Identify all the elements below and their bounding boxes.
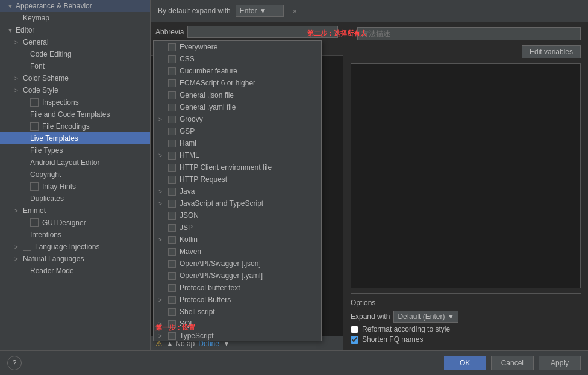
- expand-with-select[interactable]: Default (Enter) ▼: [393, 311, 458, 323]
- checkbox-icon: [168, 128, 176, 135]
- dropdown-item[interactable]: ECMAScript 6 or higher: [154, 77, 321, 89]
- sidebar-label: File Encodings: [42, 122, 90, 131]
- dropdown-item[interactable]: Haml: [154, 137, 321, 149]
- abbrev-row: Abbrevia: [151, 22, 343, 42]
- chevron-right-icon: >: [158, 333, 164, 339]
- checkbox-icon: [168, 284, 176, 292]
- settings-icon: [30, 218, 39, 227]
- sidebar-item-inlay-hints[interactable]: Inlay Hints: [0, 181, 150, 193]
- dropdown-item[interactable]: >SQL: [154, 318, 321, 330]
- dropdown-item[interactable]: Shell script: [154, 306, 321, 318]
- options-section: Options Expand with Default (Enter) ▼ Re…: [351, 293, 581, 346]
- sidebar-label: Emmet: [23, 206, 46, 215]
- sidebar-item-intentions[interactable]: Intentions: [0, 229, 150, 241]
- dropdown-item-label: JSON: [180, 211, 199, 220]
- checkbox-icon: [168, 55, 176, 63]
- dropdown-item[interactable]: GSP: [154, 125, 321, 137]
- help-button[interactable]: ?: [7, 356, 22, 370]
- sidebar-item-live-templates[interactable]: Live Templates: [0, 132, 150, 144]
- checkbox-icon: [168, 188, 176, 196]
- dropdown-item-label: Everywhere: [180, 43, 217, 51]
- sidebar-item-file-encodings[interactable]: File Encodings: [0, 120, 150, 132]
- apply-button[interactable]: Apply: [539, 356, 581, 370]
- checkbox-icon: [168, 116, 176, 123]
- chevron-down-icon-options: ▼: [447, 312, 454, 321]
- dropdown-item[interactable]: >TypeScript: [154, 330, 321, 341]
- sidebar-item-emmet[interactable]: >Emmet: [0, 205, 150, 217]
- dropdown-item[interactable]: JSP: [154, 222, 321, 234]
- dropdown-item-label: General .yaml file: [180, 103, 236, 111]
- chevron-right-icon: >: [158, 297, 164, 303]
- dropdown-item-label: OpenAPI/Swagger [.yaml]: [180, 271, 263, 280]
- expand-with-row: Expand with Default (Enter) ▼: [351, 311, 581, 323]
- dropdown-item[interactable]: >Java: [154, 185, 321, 197]
- dropdown-item[interactable]: Maven: [154, 246, 321, 258]
- dropdown-item[interactable]: OpenAPI/Swagger [.json]: [154, 258, 321, 270]
- settings-icon: [23, 243, 31, 251]
- content-area: Abbrevia Template *** @Not* @ret* @aut* …: [151, 22, 588, 350]
- dropdown-item[interactable]: Everywhere: [154, 41, 321, 53]
- expand-label: By default expand with: [158, 7, 231, 15]
- sidebar-item-font[interactable]: Font: [0, 60, 150, 72]
- checkbox-icon: [168, 104, 176, 111]
- sidebar-item-code-style[interactable]: >Code Style: [0, 84, 150, 96]
- arrow-icon: >: [14, 87, 20, 94]
- edit-variables-button[interactable]: Edit variables: [522, 45, 581, 58]
- arrow-icon: >: [14, 244, 20, 250]
- dropdown-item[interactable]: >HTML: [154, 149, 321, 161]
- dropdown-item[interactable]: OpenAPI/Swagger [.yaml]: [154, 270, 321, 282]
- sidebar-label: GUI Designer: [42, 218, 86, 227]
- sidebar-item-natural-languages[interactable]: >Natural Languages: [0, 253, 150, 265]
- dropdown-item[interactable]: HTTP Request: [154, 173, 321, 185]
- reformat-checkbox[interactable]: [351, 326, 358, 333]
- sidebar-label: Reader Mode: [30, 267, 74, 275]
- dropdown-item[interactable]: Cucumber feature: [154, 65, 321, 77]
- sidebar-label: Inspections: [42, 98, 79, 107]
- dropdown-item[interactable]: JSON: [154, 209, 321, 222]
- shorten-label: Shorten FQ names: [362, 335, 423, 344]
- sidebar-item-code-editing[interactable]: Code Editing: [0, 48, 150, 60]
- checkbox-icon: [168, 272, 176, 280]
- shorten-checkbox[interactable]: [351, 336, 358, 344]
- checkbox-icon: [168, 296, 176, 304]
- sidebar-item-general[interactable]: >General: [0, 36, 150, 48]
- sidebar-item-file-types[interactable]: File Types: [0, 144, 150, 157]
- checkbox-icon: [168, 248, 176, 256]
- sidebar-item-reader-mode[interactable]: Reader Mode: [0, 265, 150, 277]
- sidebar-label: Android Layout Editor: [30, 158, 99, 167]
- desc-input[interactable]: [357, 27, 581, 40]
- sidebar-label: General: [23, 38, 49, 46]
- dropdown-item[interactable]: Protocol buffer text: [154, 282, 321, 294]
- sidebar-item-android-layout-editor[interactable]: Android Layout Editor: [0, 157, 150, 169]
- abbrev-input[interactable]: [187, 26, 338, 38]
- sidebar-item-duplicates[interactable]: Duplicates: [0, 193, 150, 205]
- dropdown-item[interactable]: HTTP Client environment file: [154, 161, 321, 173]
- bottom-buttons: ? OK Cancel Apply: [0, 350, 588, 375]
- chevron-right-icon: >: [158, 188, 164, 195]
- code-editor[interactable]: [351, 63, 581, 288]
- sidebar-item-keymap[interactable]: Keymap: [0, 12, 150, 24]
- dropdown-item[interactable]: General .yaml file: [154, 101, 321, 113]
- dropdown-item[interactable]: >JavaScript and TypeScript: [154, 197, 321, 209]
- context-dropdown[interactable]: EverywhereCSSCucumber featureECMAScript …: [153, 40, 322, 341]
- chevron-right-icon: >: [158, 237, 164, 243]
- sidebar-item-editor[interactable]: ▼Editor: [0, 24, 150, 36]
- sidebar-label: Language Injections: [35, 243, 99, 251]
- sidebar-item-copyright[interactable]: Copyright: [0, 169, 150, 181]
- dropdown-item[interactable]: >Protocol Buffers: [154, 294, 321, 306]
- scrollbar-end-btn[interactable]: »: [289, 8, 301, 14]
- dropdown-item[interactable]: CSS: [154, 53, 321, 65]
- sidebar-item-inspections[interactable]: Inspections: [0, 96, 150, 108]
- sidebar-item-file-code-templates[interactable]: File and Code Templates: [0, 108, 150, 120]
- ok-button[interactable]: OK: [444, 356, 486, 370]
- cancel-button[interactable]: Cancel: [491, 356, 534, 370]
- sidebar-item-language-injections[interactable]: >Language Injections: [0, 241, 150, 253]
- sidebar-item-gui-designer[interactable]: GUI Designer: [0, 217, 150, 229]
- dropdown-item[interactable]: General .json file: [154, 89, 321, 101]
- expand-select[interactable]: Enter ▼: [236, 5, 284, 17]
- sidebar-item-color-scheme[interactable]: >Color Scheme: [0, 72, 150, 84]
- reformat-row: Reformat according to style: [351, 325, 581, 333]
- dropdown-item[interactable]: >Groovy: [154, 113, 321, 125]
- dropdown-item[interactable]: >Kotlin: [154, 234, 321, 246]
- sidebar-item-appearance[interactable]: ▼Appearance & Behavior: [0, 0, 150, 12]
